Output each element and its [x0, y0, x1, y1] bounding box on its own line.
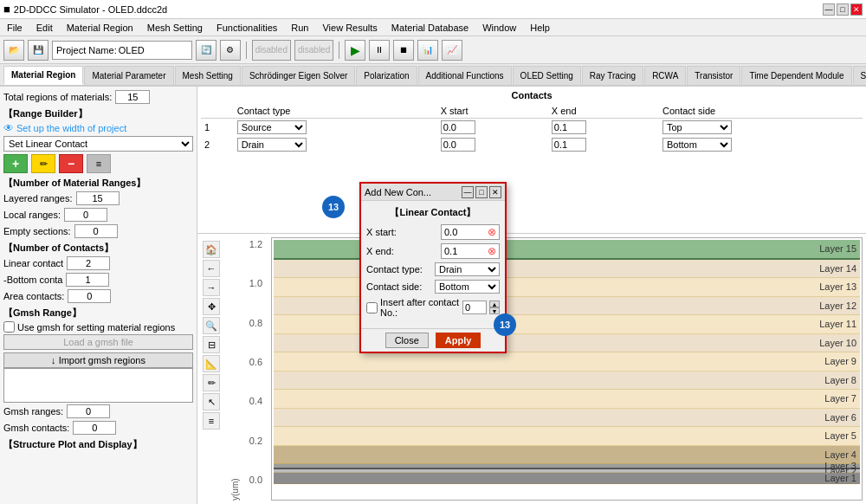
- xend-input[interactable]: [444, 246, 488, 256]
- disabled-btn2: disabled: [294, 40, 333, 61]
- modal-close-icon[interactable]: ✕: [489, 186, 501, 198]
- col-num: [201, 104, 234, 119]
- row1-type: Source Drain: [234, 119, 437, 137]
- row1-xstart-input[interactable]: [441, 120, 475, 134]
- tab-polarization[interactable]: Polarization: [356, 66, 417, 85]
- y-axis-label: y(um): [229, 237, 240, 501]
- empty-sections-input[interactable]: [74, 224, 118, 238]
- contact-side-select[interactable]: Top Bottom: [435, 280, 500, 294]
- menu-edit[interactable]: Edit: [33, 22, 56, 34]
- tab-material-parameter[interactable]: Material Parameter: [84, 66, 173, 85]
- settings-button[interactable]: ⚙: [220, 40, 241, 61]
- chart-button[interactable]: 📊: [417, 40, 438, 61]
- stats-button[interactable]: 📈: [442, 40, 462, 61]
- insert-value-input[interactable]: [462, 300, 487, 314]
- tab-oled[interactable]: OLED Setting: [513, 66, 581, 85]
- tab-time-dependent[interactable]: Time Dependent Module: [741, 66, 851, 85]
- refresh-button[interactable]: 🔄: [196, 40, 216, 61]
- layer-4: Layer 4: [274, 446, 860, 465]
- select-icon[interactable]: ↖: [203, 393, 220, 410]
- arrow-right-icon[interactable]: →: [203, 279, 220, 296]
- total-regions-input[interactable]: [115, 90, 150, 104]
- xstart-input[interactable]: [444, 227, 488, 237]
- maximize-button[interactable]: □: [837, 3, 849, 16]
- gmsh-contacts-input[interactable]: [73, 421, 116, 435]
- contact-type-select[interactable]: Source Drain: [435, 262, 500, 276]
- save-button[interactable]: 💾: [28, 40, 48, 61]
- row2-side-select[interactable]: Top Bottom: [662, 138, 732, 152]
- close-button[interactable]: ✕: [850, 3, 863, 16]
- local-ranges-input[interactable]: [64, 208, 107, 222]
- xstart-row: X start: ⊗: [366, 224, 500, 240]
- y-ticks: 1.2 1.0 0.8 0.6 0.4 0.2 0.0: [240, 239, 264, 485]
- linear-contact-val-input[interactable]: [67, 256, 110, 270]
- menu-file[interactable]: File: [3, 22, 26, 34]
- contacts-area: Contacts Contact type X start X end Cont…: [197, 87, 866, 234]
- arrow-left-icon[interactable]: ←: [203, 260, 220, 277]
- pen-icon[interactable]: ✏: [203, 374, 220, 391]
- modal-maximize-button[interactable]: □: [475, 186, 488, 198]
- open-button[interactable]: 📂: [3, 40, 24, 61]
- table-row: 1 Source Drain: [201, 119, 863, 137]
- modal-close-button[interactable]: Close: [385, 333, 429, 348]
- tab-ray-tracing[interactable]: Ray Tracing: [582, 66, 643, 85]
- row1-type-select[interactable]: Source Drain: [237, 120, 307, 134]
- row1-side-select[interactable]: Top Bottom: [662, 120, 732, 134]
- row1-xend-input[interactable]: [552, 120, 586, 134]
- menu-material-database[interactable]: Material Database: [388, 22, 472, 34]
- layers-icon[interactable]: ≡: [203, 412, 220, 430]
- home-icon[interactable]: 🏠: [203, 241, 220, 258]
- xend-clear-icon[interactable]: ⊗: [488, 245, 496, 257]
- menu-run[interactable]: Run: [288, 22, 312, 34]
- menu-mesh-setting[interactable]: Mesh Setting: [144, 22, 206, 34]
- extra-button[interactable]: ≡: [87, 154, 111, 173]
- contact-side-row: Contact side: Top Bottom: [366, 280, 500, 294]
- row2-xend-input[interactable]: [552, 138, 586, 152]
- move-icon[interactable]: ✥: [203, 298, 220, 315]
- import-gmsh-button[interactable]: ↓ Import gmsh regions: [3, 352, 193, 368]
- tab-solar-cell[interactable]: Solar Cell: [853, 66, 866, 85]
- area-contacts-input[interactable]: [68, 289, 111, 303]
- zoom-in-icon[interactable]: 🔍: [203, 317, 220, 334]
- menu-view-results[interactable]: View Results: [319, 22, 380, 34]
- row2-type-select[interactable]: Source Drain: [237, 138, 307, 152]
- project-name-input[interactable]: [119, 45, 188, 55]
- menu-window[interactable]: Window: [479, 22, 520, 34]
- insert-checkbox[interactable]: [366, 302, 378, 313]
- linear-contact-select[interactable]: Set Linear Contact: [3, 136, 193, 152]
- stop-button[interactable]: ⏹: [393, 40, 414, 61]
- pause-button[interactable]: ⏸: [369, 40, 390, 61]
- use-gmsh-checkbox[interactable]: [3, 321, 15, 333]
- load-gmsh-button[interactable]: Load a gmsh file: [3, 334, 193, 350]
- gmsh-textarea[interactable]: [3, 368, 193, 403]
- tab-material-region[interactable]: Material Region: [3, 66, 83, 85]
- menu-functionalities[interactable]: Functionalities: [213, 22, 281, 34]
- ruler-icon[interactable]: 📐: [203, 355, 220, 372]
- setup-width-link[interactable]: Set up the width of project: [16, 123, 126, 133]
- zoom-out-icon[interactable]: ⊟: [203, 336, 220, 353]
- tab-schrodinger[interactable]: Schrödinger Eigen Solver: [242, 66, 355, 85]
- add-button[interactable]: +: [3, 154, 28, 173]
- bottom-conta-input[interactable]: [66, 273, 109, 287]
- gmsh-ranges-input[interactable]: [67, 404, 110, 418]
- tab-rcwa[interactable]: RCWA: [644, 66, 686, 85]
- edit-button[interactable]: ✏: [31, 154, 55, 173]
- tab-mesh-setting[interactable]: Mesh Setting: [175, 66, 241, 85]
- table-row: 2 Source Drain: [201, 136, 863, 153]
- spinner-up[interactable]: ▲: [489, 300, 500, 307]
- remove-button[interactable]: −: [59, 154, 83, 173]
- menu-help[interactable]: Help: [527, 22, 553, 34]
- minimize-button[interactable]: —: [823, 3, 835, 16]
- spinner-down[interactable]: ▼: [489, 307, 500, 314]
- tab-transistor[interactable]: Transistor: [687, 66, 740, 85]
- modal-apply-button[interactable]: Apply: [436, 333, 481, 348]
- layer-7: Layer 7: [274, 390, 860, 409]
- play-button[interactable]: ▶: [345, 40, 365, 61]
- menu-material-region[interactable]: Material Region: [63, 22, 137, 34]
- row2-xstart-input[interactable]: [441, 138, 475, 152]
- layer-7-label: Layer 7: [824, 393, 856, 404]
- layered-ranges-input[interactable]: [76, 191, 120, 205]
- xstart-clear-icon[interactable]: ⊗: [488, 226, 496, 238]
- tab-additional[interactable]: Additional Functions: [418, 66, 512, 85]
- modal-minimize-button[interactable]: —: [462, 186, 474, 198]
